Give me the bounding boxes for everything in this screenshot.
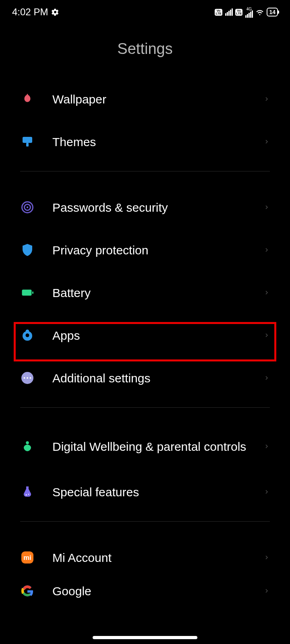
fingerprint-icon <box>20 200 35 215</box>
google-icon <box>20 584 35 598</box>
settings-item-label: Themes <box>52 134 263 150</box>
settings-item-label: Digital Wellbeing & parental controls <box>52 439 263 454</box>
settings-item-label: Passwords & security <box>52 200 263 215</box>
svg-rect-1 <box>26 143 29 147</box>
chevron-right-icon <box>263 96 270 102</box>
chevron-right-icon <box>263 247 270 253</box>
wallpaper-icon <box>20 92 35 106</box>
chevron-right-icon <box>263 138 270 145</box>
chevron-right-icon <box>263 443 270 450</box>
volte-icon: VoLTE <box>235 9 243 16</box>
more-icon <box>20 371 35 385</box>
settings-item-label: Mi Account <box>52 550 263 566</box>
wifi-icon <box>255 8 264 17</box>
status-left: 4:02 PM <box>12 6 59 18</box>
volte-icon: VoLTE <box>215 9 222 16</box>
svg-point-13 <box>26 494 27 495</box>
svg-rect-5 <box>22 290 32 296</box>
chevron-right-icon <box>263 489 270 495</box>
settings-item-special[interactable]: Special features <box>20 471 270 513</box>
chevron-right-icon <box>263 375 270 381</box>
settings-item-label: Apps <box>52 328 263 343</box>
home-indicator[interactable] <box>93 636 197 639</box>
settings-item-themes[interactable]: Themes <box>20 120 270 163</box>
battery-icon: 14 <box>267 8 278 17</box>
status-right: VoLTE VoLTE 4G 14 <box>215 7 278 18</box>
mi-icon: mi <box>20 550 35 565</box>
settings-item-label: Battery <box>52 285 263 301</box>
settings-item-battery[interactable]: Battery <box>20 271 270 314</box>
settings-item-wellbeing[interactable]: Digital Wellbeing & parental controls <box>20 422 270 471</box>
settings-item-label: Google <box>52 583 263 599</box>
settings-item-label: Additional settings <box>52 370 263 386</box>
status-time: 4:02 PM <box>12 6 48 18</box>
settings-item-label: Wallpaper <box>52 91 263 107</box>
gear-icon <box>51 8 59 16</box>
settings-item-passwords[interactable]: Passwords & security <box>20 186 270 229</box>
wellbeing-icon <box>20 439 35 454</box>
status-bar: 4:02 PM VoLTE VoLTE 4G 14 <box>0 0 290 24</box>
svg-point-10 <box>27 377 28 379</box>
chevron-right-icon <box>263 289 270 296</box>
svg-point-9 <box>24 377 25 379</box>
svg-rect-0 <box>23 137 32 143</box>
settings-item-google[interactable]: Google <box>20 579 270 603</box>
section-divider <box>20 171 270 171</box>
signal-icon <box>245 10 253 18</box>
svg-point-12 <box>26 441 29 444</box>
settings-item-additional[interactable]: Additional settings <box>20 357 270 399</box>
battery-icon <box>20 285 35 300</box>
apps-icon <box>20 328 35 343</box>
signal-icon <box>225 8 233 16</box>
page-title: Settings <box>0 24 290 78</box>
themes-icon <box>20 134 35 149</box>
section-divider <box>20 407 270 408</box>
settings-item-miaccount[interactable]: mi Mi Account <box>20 536 270 579</box>
svg-rect-6 <box>32 291 33 294</box>
chevron-right-icon <box>263 332 270 339</box>
chevron-right-icon <box>263 554 270 561</box>
svg-point-7 <box>26 334 29 337</box>
settings-item-label: Special features <box>52 484 263 500</box>
svg-text:mi: mi <box>23 554 31 561</box>
settings-list: Wallpaper Themes Passwords & security Pr… <box>0 78 290 603</box>
section-divider <box>20 521 270 522</box>
svg-point-11 <box>30 377 31 379</box>
settings-item-wallpaper[interactable]: Wallpaper <box>20 78 270 120</box>
chevron-right-icon <box>263 588 270 594</box>
chevron-right-icon <box>263 204 270 211</box>
shield-icon <box>20 243 35 257</box>
svg-point-4 <box>27 206 29 208</box>
svg-point-14 <box>28 494 29 495</box>
settings-item-apps[interactable]: Apps <box>20 314 270 357</box>
settings-item-privacy[interactable]: Privacy protection <box>20 229 270 271</box>
flask-icon <box>20 485 35 499</box>
settings-item-label: Privacy protection <box>52 242 263 258</box>
